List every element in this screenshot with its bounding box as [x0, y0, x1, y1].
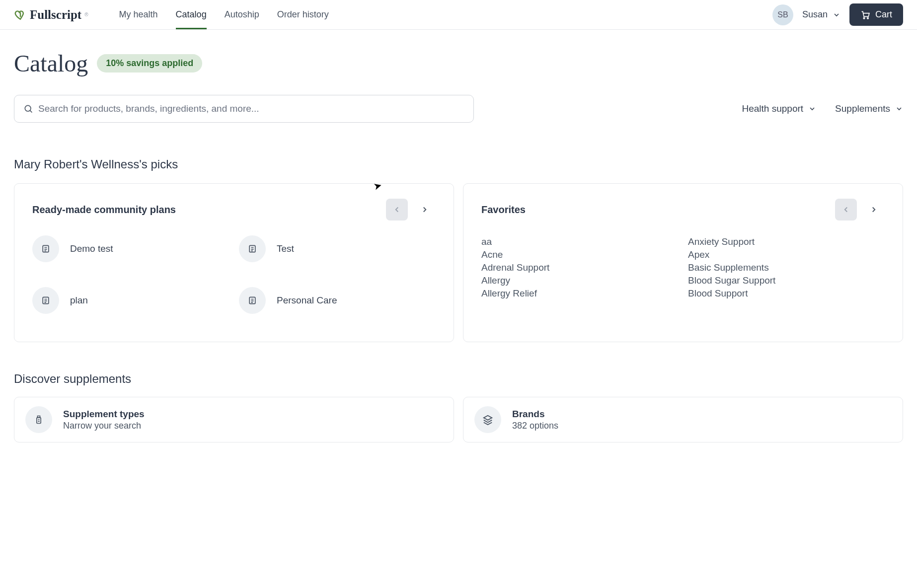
- favorite-item[interactable]: Allergy: [481, 274, 678, 287]
- favorite-item[interactable]: Acne: [481, 248, 678, 261]
- user-name: Susan: [802, 9, 828, 20]
- discover-title: Brands: [512, 409, 558, 420]
- plan-list-icon: [239, 235, 266, 262]
- plan-item[interactable]: Test: [239, 235, 436, 262]
- svg-point-1: [867, 17, 869, 18]
- svg-point-0: [863, 17, 865, 18]
- chevron-down-icon: [808, 105, 816, 113]
- picks-cards: Ready-made community plans: [14, 183, 903, 342]
- picks-heading: Mary Robert's Wellness's picks: [14, 157, 903, 171]
- bottle-icon: [25, 406, 52, 433]
- card-community-plans: Ready-made community plans: [14, 183, 454, 342]
- search-row: Health support Supplements: [14, 95, 903, 123]
- user-menu[interactable]: Susan: [802, 9, 841, 20]
- prev-button[interactable]: [386, 199, 408, 220]
- filter-health-support[interactable]: Health support: [742, 103, 817, 114]
- header: Fullscript ® My health Catalog Autoship …: [0, 0, 917, 30]
- plan-list-icon: [239, 287, 266, 314]
- top-nav: My health Catalog Autoship Order history: [119, 0, 329, 29]
- chevron-down-icon: [895, 105, 903, 113]
- plan-list-icon: [32, 287, 59, 314]
- discover-subtitle: Narrow your search: [63, 421, 145, 431]
- plan-item[interactable]: plan: [32, 287, 229, 314]
- prev-button[interactable]: [835, 199, 857, 220]
- plan-label: plan: [70, 295, 88, 306]
- cart-icon: [860, 10, 870, 20]
- plan-list-icon: [32, 235, 59, 262]
- svg-point-2: [25, 105, 31, 111]
- cart-button[interactable]: Cart: [849, 3, 903, 26]
- title-row: Catalog 10% savings applied: [14, 50, 903, 77]
- favorite-item[interactable]: aa: [481, 235, 678, 248]
- nav-catalog[interactable]: Catalog: [176, 0, 207, 29]
- card-title: Ready-made community plans: [32, 204, 176, 216]
- plan-item[interactable]: Demo test: [32, 235, 229, 262]
- chevron-down-icon: [833, 11, 841, 19]
- discover-heading: Discover supplements: [14, 372, 903, 386]
- favorite-item[interactable]: Apex: [688, 248, 885, 261]
- page-title: Catalog: [14, 50, 88, 77]
- discover-title: Supplement types: [63, 409, 145, 420]
- filter-label: Health support: [742, 103, 804, 114]
- header-right: SB Susan Cart: [772, 3, 903, 26]
- chevron-right-icon: [869, 205, 878, 214]
- discover-cards: Supplement types Narrow your search Bran…: [14, 397, 903, 442]
- logo-text: Fullscript: [30, 8, 81, 22]
- layers-icon: [474, 406, 501, 433]
- logo[interactable]: Fullscript ®: [14, 8, 88, 22]
- plan-label: Personal Care: [277, 295, 337, 306]
- search-input[interactable]: [38, 103, 464, 114]
- svg-rect-7: [37, 418, 41, 424]
- avatar[interactable]: SB: [772, 4, 793, 25]
- card-favorites: Favorites aa: [463, 183, 903, 342]
- next-button[interactable]: [863, 199, 885, 220]
- favorite-item[interactable]: Blood Support: [688, 287, 885, 300]
- plan-label: Test: [277, 243, 294, 254]
- filter-label: Supplements: [835, 103, 890, 114]
- discover-card-supplement-types[interactable]: Supplement types Narrow your search: [14, 397, 454, 442]
- favorite-item[interactable]: Basic Supplements: [688, 261, 885, 274]
- plan-item[interactable]: Personal Care: [239, 287, 436, 314]
- card-title: Favorites: [481, 204, 526, 216]
- chevron-left-icon: [841, 205, 850, 214]
- nav-my-health[interactable]: My health: [119, 0, 158, 29]
- favorite-item[interactable]: Anxiety Support: [688, 235, 885, 248]
- cart-label: Cart: [875, 9, 892, 20]
- main: Catalog 10% savings applied Health suppo…: [0, 30, 917, 456]
- next-button[interactable]: [414, 199, 436, 220]
- filter-supplements[interactable]: Supplements: [835, 103, 903, 114]
- discover-subtitle: 382 options: [512, 421, 558, 431]
- favorite-item[interactable]: Allergy Relief: [481, 287, 678, 300]
- savings-badge: 10% savings applied: [97, 54, 202, 73]
- favorite-item[interactable]: Blood Sugar Support: [688, 274, 885, 287]
- chevron-left-icon: [392, 205, 401, 214]
- logo-heart-icon: [14, 8, 27, 21]
- discover-card-brands[interactable]: Brands 382 options: [463, 397, 903, 442]
- search-icon: [23, 104, 33, 114]
- plan-label: Demo test: [70, 243, 113, 254]
- nav-order-history[interactable]: Order history: [277, 0, 329, 29]
- search-box[interactable]: [14, 95, 474, 123]
- chevron-right-icon: [420, 205, 429, 214]
- nav-autoship[interactable]: Autoship: [225, 0, 259, 29]
- favorite-item[interactable]: Adrenal Support: [481, 261, 678, 274]
- logo-trademark: ®: [84, 12, 88, 17]
